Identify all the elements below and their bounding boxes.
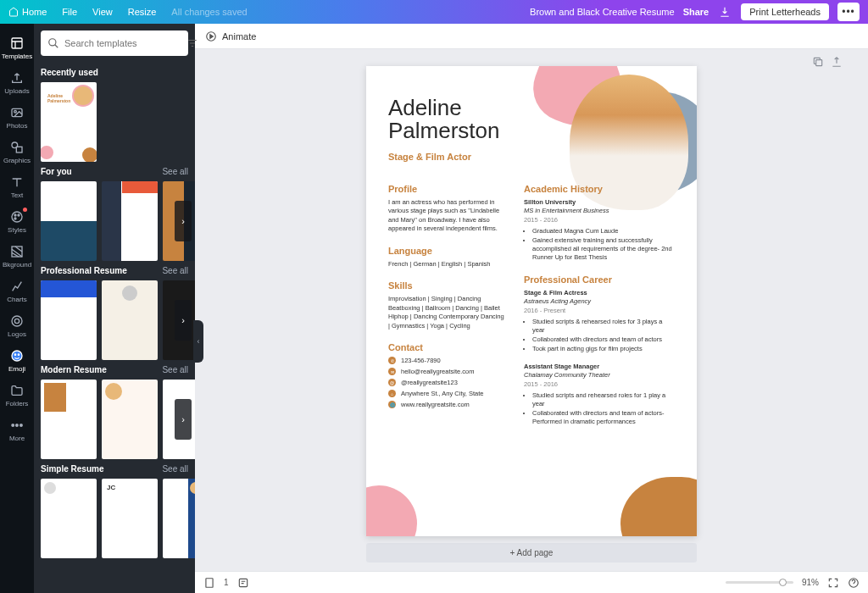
- svg-point-7: [18, 214, 19, 216]
- template-thumb[interactable]: [41, 479, 97, 558]
- scroll-right[interactable]: ›: [175, 399, 192, 440]
- template-thumb[interactable]: [102, 280, 158, 360]
- section-recent: Recently used: [41, 68, 98, 77]
- styles-icon: [10, 210, 24, 224]
- left-tool-rail: Templates Uploads Photos Graphics Text S…: [0, 24, 34, 593]
- see-all-simple[interactable]: See all: [162, 464, 188, 474]
- job-years: 2015 - 2016: [524, 380, 675, 390]
- profile-heading: Profile: [388, 184, 507, 194]
- animate-icon: [205, 30, 217, 42]
- download-button[interactable]: [717, 4, 732, 19]
- page-number: 1: [224, 578, 229, 587]
- contact-address: ⌂Anywhere St., Any City, State: [388, 390, 507, 397]
- svg-point-11: [14, 319, 19, 323]
- rail-text[interactable]: Text: [0, 169, 34, 204]
- rail-styles[interactable]: Styles: [0, 204, 34, 239]
- svg-point-12: [12, 351, 22, 361]
- svg-point-13: [14, 354, 15, 355]
- svg-rect-0: [12, 38, 22, 48]
- more-button[interactable]: •••: [837, 3, 860, 21]
- resume-name: AdelinePalmerston: [388, 97, 675, 143]
- editor-footer: 1 91%: [195, 571, 868, 593]
- svg-point-5: [12, 212, 22, 222]
- emoji-icon: [10, 349, 24, 363]
- job-bullet: Collaborated with directors and team of …: [532, 335, 675, 344]
- svg-point-2: [14, 110, 17, 113]
- contact-email: ✉hello@reallygreatsite.com: [388, 368, 507, 375]
- see-all-pro[interactable]: See all: [162, 266, 188, 275]
- see-all-foryou[interactable]: See all: [162, 167, 188, 176]
- menu-view[interactable]: View: [92, 7, 113, 17]
- academic-bullet: Graduated Magna Cum Laude: [532, 227, 675, 236]
- home-button[interactable]: Home: [8, 7, 47, 17]
- filter-icon[interactable]: [186, 37, 198, 49]
- template-thumb[interactable]: JC: [102, 479, 158, 558]
- animate-button[interactable]: Animate: [222, 31, 256, 42]
- rail-folders[interactable]: Folders: [0, 378, 34, 413]
- language-text: French | German | English | Spanish: [388, 260, 507, 269]
- rail-background[interactable]: Bkground: [0, 239, 34, 274]
- canvas-area: Animate AdelinePalmerston Stage & Film A…: [195, 24, 868, 593]
- rail-uploads[interactable]: Uploads: [0, 65, 34, 100]
- globe-icon: 🌐: [388, 401, 396, 408]
- photos-icon: [10, 106, 24, 119]
- academic-heading: Academic History: [524, 184, 675, 194]
- page-count-icon[interactable]: [203, 577, 215, 589]
- rail-photos[interactable]: Photos: [0, 100, 34, 135]
- scroll-right[interactable]: ›: [175, 300, 192, 341]
- export-page-icon[interactable]: [831, 56, 843, 68]
- profile-text: I am an actress who has performed in var…: [388, 198, 507, 234]
- template-thumb[interactable]: [102, 380, 158, 459]
- template-thumb[interactable]: [163, 479, 195, 558]
- page-tools: [812, 56, 843, 68]
- scroll-right[interactable]: ›: [175, 201, 192, 241]
- job-bullet: Studied scripts & rehearsed roles for 3 …: [532, 318, 675, 335]
- print-button[interactable]: Print Letterheads: [741, 3, 829, 20]
- contact-web: 🌐www.reallygreatsite.com: [388, 401, 507, 408]
- notes-icon[interactable]: [237, 577, 249, 589]
- search-templates[interactable]: [41, 30, 188, 56]
- collapse-panel[interactable]: ‹: [193, 320, 203, 363]
- logos-icon: [10, 314, 24, 328]
- see-all-modern[interactable]: See all: [162, 365, 188, 374]
- job-bullet: Studied scripts and rehearsed roles for …: [532, 391, 675, 408]
- rail-templates[interactable]: Templates: [0, 30, 34, 65]
- job-org: Astraeus Acting Agency: [524, 297, 675, 307]
- job-bullet: Took part in acting gigs for film projec…: [532, 345, 675, 353]
- search-input[interactable]: [64, 38, 181, 48]
- section-professional: Professional Resume: [41, 266, 127, 275]
- menu-resize[interactable]: Resize: [128, 7, 157, 17]
- rail-more[interactable]: •••More: [0, 413, 34, 447]
- svg-rect-4: [16, 147, 22, 152]
- svg-point-6: [14, 214, 16, 216]
- template-thumb[interactable]: [41, 380, 97, 459]
- rail-logos[interactable]: Logos: [0, 308, 34, 343]
- zoom-slider[interactable]: [726, 581, 793, 584]
- fullscreen-icon[interactable]: [827, 577, 839, 589]
- contact-phone: ✆123-456-7890: [388, 357, 507, 364]
- resume-document[interactable]: AdelinePalmerston Stage & Film Actor Pro…: [366, 66, 697, 536]
- home-icon: [8, 7, 19, 17]
- folders-icon: [10, 384, 24, 397]
- section-modern: Modern Resume: [41, 365, 107, 374]
- share-button[interactable]: Share: [683, 7, 709, 17]
- rail-emoji[interactable]: Emoji: [0, 343, 34, 378]
- add-page-button[interactable]: + Add page: [366, 543, 697, 563]
- template-thumb[interactable]: AdelinePalmerston: [41, 82, 97, 162]
- rail-charts[interactable]: Charts: [0, 274, 34, 308]
- job-title: Assistant Stage Manager: [524, 363, 675, 372]
- job-org: Chalamay Community Theater: [524, 371, 675, 380]
- academic-school: Sillton University: [524, 198, 675, 208]
- resume-subtitle: Stage & Film Actor: [388, 152, 675, 162]
- template-thumb[interactable]: [102, 181, 158, 261]
- contact-handle: @@reallygreatsite123: [388, 379, 507, 386]
- rail-graphics[interactable]: Graphics: [0, 135, 34, 169]
- template-thumb[interactable]: [41, 181, 97, 261]
- menu-file[interactable]: File: [62, 7, 77, 17]
- svg-point-8: [14, 218, 16, 219]
- document-title[interactable]: Brown and Black Creative Resume: [530, 7, 675, 17]
- duplicate-page-icon[interactable]: [812, 56, 824, 68]
- template-thumb[interactable]: [41, 280, 97, 360]
- help-icon[interactable]: [848, 577, 860, 589]
- section-foryou: For you: [41, 167, 72, 176]
